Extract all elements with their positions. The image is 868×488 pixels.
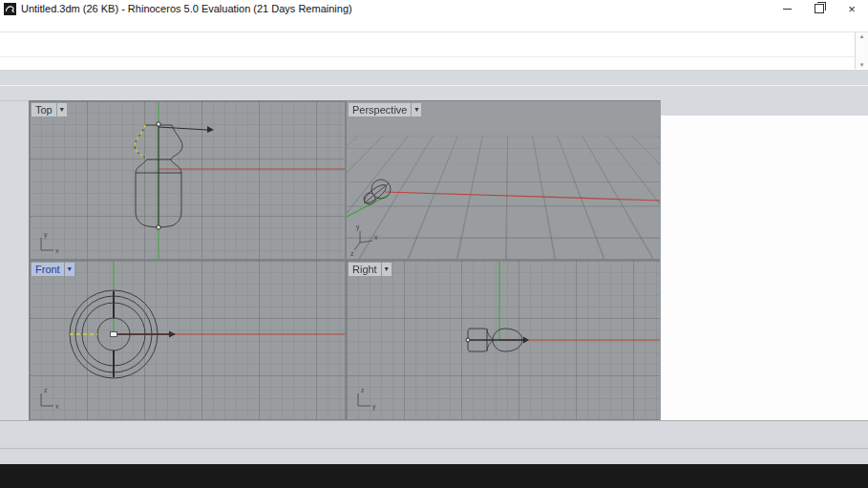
- scroll-up-icon[interactable]: ▴: [860, 32, 864, 40]
- revolve-axis: [466, 337, 529, 344]
- svg-text:y: y: [372, 403, 376, 411]
- svg-text:x: x: [55, 247, 59, 254]
- svg-text:z: z: [44, 387, 48, 393]
- front-axis-indicator: z x: [41, 387, 59, 410]
- windows-taskbar: [0, 464, 868, 488]
- rhino-application-window: Untitled.3dm (26 KB) - Rhinoceros 5.0 Ev…: [0, 0, 868, 488]
- restore-button[interactable]: [803, 0, 836, 17]
- right-axis-indicator: z y: [358, 387, 376, 411]
- svg-text:x: x: [374, 234, 378, 241]
- perspective-viewport-canvas[interactable]: x y z: [347, 101, 661, 259]
- status-bar: [0, 448, 868, 465]
- viewport-label-perspective[interactable]: Perspective: [349, 103, 411, 117]
- viewport-front-menu-arrow-icon[interactable]: ▼: [65, 263, 74, 276]
- menu-bar: [0, 17, 868, 32]
- viewport-perspective[interactable]: x y z Perspective ▼: [346, 100, 662, 260]
- top-viewport-canvas[interactable]: y x: [30, 101, 345, 259]
- svg-text:y: y: [356, 223, 360, 231]
- viewport-top-menu-arrow-icon[interactable]: ▼: [57, 103, 67, 117]
- top-axis-indicator: y x: [41, 231, 59, 254]
- viewport-label-front[interactable]: Front: [32, 263, 64, 276]
- scroll-down-icon[interactable]: ▾: [860, 61, 864, 69]
- viewport-label-top[interactable]: Top: [32, 103, 56, 117]
- front-viewport-canvas[interactable]: z x: [30, 261, 345, 419]
- toolbar-tab-bar: [0, 70, 868, 85]
- window-title: Untitled.3dm (26 KB) - Rhinoceros 5.0 Ev…: [21, 3, 352, 14]
- viewport-area: y x Top ▼: [29, 100, 660, 420]
- svg-text:z: z: [361, 387, 365, 393]
- tool-palette: [0, 100, 29, 427]
- svg-text:z: z: [350, 250, 354, 257]
- viewport-right[interactable]: z y Right ▼: [346, 260, 662, 420]
- rhino-app-icon: [4, 3, 16, 15]
- command-scrollbar[interactable]: ▴ ▾: [855, 32, 868, 69]
- revolve-axis: [157, 122, 214, 229]
- origin-marker: [111, 332, 117, 337]
- viewport-front[interactable]: z x Front ▼: [29, 260, 346, 420]
- viewport-perspective-menu-arrow-icon[interactable]: ▼: [412, 103, 421, 117]
- perspective-axis-indicator: x y z: [350, 223, 378, 257]
- right-viewport-canvas[interactable]: z y: [347, 261, 661, 419]
- osnap-bar: [0, 434, 868, 448]
- command-area: ▴ ▾: [0, 32, 868, 73]
- viewport-tab-bar: [0, 420, 868, 435]
- svg-text:x: x: [55, 403, 59, 410]
- viewport-top[interactable]: y x Top ▼: [29, 100, 346, 260]
- viewport-right-menu-arrow-icon[interactable]: ▼: [382, 263, 392, 276]
- title-bar: Untitled.3dm (26 KB) - Rhinoceros 5.0 Ev…: [0, 0, 868, 17]
- panel-tab-bar: [661, 100, 868, 116]
- viewport-label-right[interactable]: Right: [349, 263, 381, 276]
- minimize-button[interactable]: [771, 0, 803, 17]
- display-toolbar: [0, 85, 868, 101]
- svg-text:y: y: [44, 231, 48, 239]
- selected-curve-highlight: [135, 125, 146, 159]
- properties-panel: [660, 100, 868, 420]
- close-button[interactable]: ×: [836, 0, 868, 17]
